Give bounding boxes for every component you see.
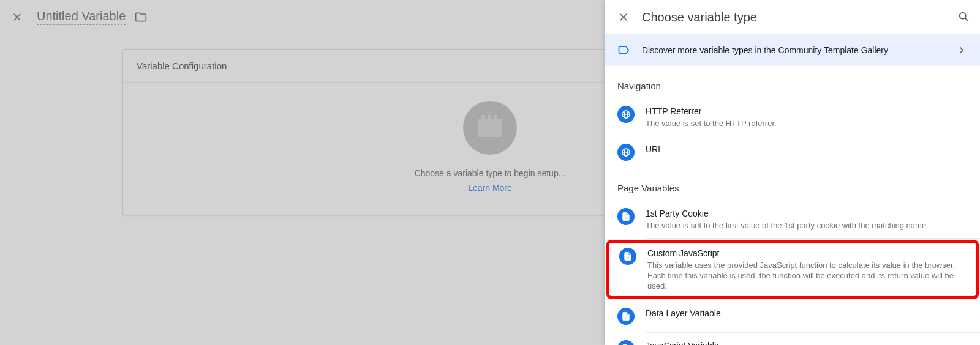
panel-title: Choose variable type [642,10,957,24]
panel-scroll[interactable]: Discover more variable types in the Comm… [605,34,980,345]
variable-name-input[interactable]: Untitled Variable [37,9,126,25]
variable-type-item[interactable]: 1st Party CookieThe value is set to the … [605,201,980,238]
globe-icon [617,144,635,161]
community-gallery-banner[interactable]: Discover more variable types in the Comm… [605,34,980,66]
item-title: JavaScript Variable [646,340,968,345]
chevron-right-icon [956,44,968,56]
page-icon [619,248,636,265]
learn-more-link[interactable]: Learn More [468,183,512,193]
folder-icon[interactable] [134,10,148,24]
variable-type-item[interactable]: URL [605,136,980,168]
item-title: 1st Party Cookie [646,208,968,219]
variable-type-item[interactable]: HTTP ReferrerThe value is set to the HTT… [605,98,980,136]
page-icon [617,308,635,325]
variable-type-item[interactable]: Data Layer Variable [605,300,980,332]
search-button[interactable] [957,10,971,24]
item-title: URL [646,144,968,155]
item-description: The value is set to the first value of t… [646,220,968,231]
close-editor-button[interactable] [10,10,24,24]
placeholder-prompt: Choose a variable type to begin setup... [415,168,566,178]
item-title: Custom JavaScript [647,248,966,259]
item-description: The value is set to the HTTP referrer. [646,118,968,128]
item-title: HTTP Referrer [646,106,968,117]
item-title: Data Layer Variable [646,308,968,319]
variable-type-panel: Choose variable type Discover more varia… [605,0,980,345]
variable-type-item[interactable]: JavaScript VariableThe value is set to t… [605,333,980,345]
panel-header: Choose variable type [605,0,980,34]
placeholder-icon [463,101,517,155]
page-icon [617,340,635,345]
label-icon [617,44,630,56]
close-panel-button[interactable] [616,10,631,24]
page-icon [617,208,635,225]
banner-text: Discover more variable types in the Comm… [642,45,956,55]
variable-type-item[interactable]: Custom JavaScriptThis variable uses the … [606,240,979,299]
separator [646,238,980,239]
section-title: Page Variables [605,168,980,201]
item-description: This variable uses the provided JavaScri… [647,260,966,291]
section-title: Navigation [605,66,980,98]
globe-icon [617,106,635,123]
